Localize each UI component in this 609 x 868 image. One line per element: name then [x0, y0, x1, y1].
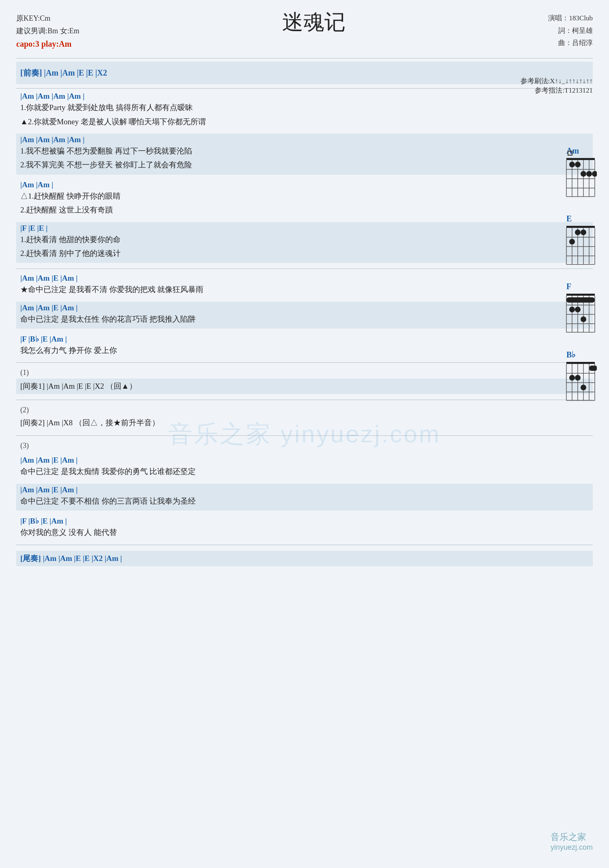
interlude1-block: (1) [间奏1] |Am |Am |E |E |X2 （回▲）	[16, 368, 593, 394]
strum-info: 参考刷法:X↑↓_↓↑↑↓↑↓↑↑ 参考指法:T1213121	[520, 76, 593, 95]
verse1-chords1: |Am |Am |Am |Am |	[16, 92, 593, 101]
prelude-section: [前奏] |Am |Am |E |E |X2	[16, 62, 593, 84]
lyrics-by: 詞：柯呈雄	[548, 25, 593, 37]
verse1-chords4: |F |E |E |	[16, 224, 593, 233]
capo: capo:3 play:Am	[16, 37, 80, 51]
chorus-block3: |F |B♭ |E |Am | 我怎么有力气 挣开你 爱上你	[16, 334, 593, 357]
verse2-lyrics3a: 你对我的意义 没有人 能代替	[16, 526, 593, 539]
chord-Bb-svg: × × × × ×	[564, 361, 597, 402]
interlude2-num: (2)	[16, 406, 593, 414]
verse1-lyrics3b: 2.赶快醒醒 这世上没有奇蹟	[16, 204, 593, 216]
chorus-chords2: |Am |Am |E |Am |	[16, 303, 593, 312]
chord-Am-open	[568, 151, 572, 156]
svg-point-15	[586, 171, 592, 177]
interlude1-num: (1)	[16, 368, 593, 377]
chord-E-svg	[564, 225, 597, 266]
svg-point-47	[575, 307, 581, 312]
svg-point-65	[575, 375, 581, 381]
svg-rect-50	[566, 362, 595, 364]
interlude1-text: [间奏1] |Am |Am |E |E |X2 （回▲）	[20, 382, 137, 390]
chorus-block2: |Am |Am |E |Am | 命中已注定 是我太任性 你的花言巧语 把我推入…	[16, 302, 593, 329]
chord-F-name: F	[566, 282, 571, 291]
interlude2-text: [间奏2] |Am |X8 （回△，接★前升半音）	[20, 418, 160, 427]
prelude-label: [前奏]	[20, 68, 42, 77]
chorus-chords3: |F |B♭ |E |Am |	[16, 334, 593, 344]
verse2-block3: |F |B♭ |E |Am | 你对我的意义 没有人 能代替	[16, 516, 593, 539]
chorus-chords1: |Am |Am |E |Am |	[16, 274, 593, 283]
chorus-lyrics1: ★命中已注定 是我看不清 你爱我的把戏 就像狂风暴雨	[16, 284, 593, 296]
chorus-block1: |Am |Am |E |Am | ★命中已注定 是我看不清 你爱我的把戏 就像狂…	[16, 274, 593, 296]
composed-by: 曲：吕绍淳	[548, 37, 593, 50]
svg-point-48	[581, 316, 586, 322]
chord-E-grid	[564, 225, 597, 266]
interlude3-block: (3)	[16, 442, 593, 450]
verse1-lyrics2b: 2.我不算完美 不想一步登天 被你盯上了就会有危险	[16, 159, 593, 171]
chord-F-grid: 1	[564, 293, 597, 333]
svg-text:×: ×	[564, 361, 568, 362]
svg-rect-63	[589, 366, 597, 371]
outro: [尾奏] |Am |Am |E |E |X2 |Am |	[20, 554, 122, 563]
site-name: 音乐之家	[551, 831, 593, 843]
chord-F: F	[564, 282, 597, 333]
verse1-chords3: |Am |Am |	[16, 180, 593, 189]
svg-rect-45	[566, 297, 595, 303]
svg-point-46	[569, 307, 575, 312]
chord-Am-grid	[564, 157, 597, 198]
svg-point-33	[569, 239, 575, 245]
svg-point-14	[581, 171, 586, 177]
verse1-lyrics4b: 2.赶快看清 别中了他的迷魂计	[16, 247, 593, 260]
meta-right: 演唱：183Club 詞：柯呈雄 曲：吕绍淳	[548, 12, 593, 50]
svg-point-66	[581, 385, 586, 390]
meta-left: 原KEY:Cm 建议男调:Bm 女:Em capo:3 play:Am	[16, 12, 80, 51]
chord-Bb-name: B♭	[566, 350, 575, 359]
chord-Bb-grid: × × × × ×	[564, 361, 597, 402]
interlude3-num: (3)	[16, 442, 593, 450]
verse1-block2: |Am |Am |Am |Am | 1.我不想被骗 不想为爱翻脸 再过下一秒我就…	[16, 134, 593, 175]
original-key: 原KEY:Cm	[16, 12, 80, 25]
verse1-block4: |F |E |E | 1.赶快看清 他甜的快要你的命 2.赶快看清 别中了他的迷…	[16, 222, 593, 263]
verse2-block2: |Am |Am |E |Am | 命中已注定 不要不相信 你的三言两语 让我奉为…	[16, 484, 593, 511]
strum: 参考刷法:X↑↓_↓↑↑↓↑↓↑↑	[520, 76, 593, 86]
chord-E-name: E	[566, 214, 572, 223]
svg-rect-17	[566, 226, 595, 228]
chord-F-svg: 1	[564, 293, 597, 333]
fingering: 参考指法:T1213121	[520, 86, 593, 95]
svg-point-16	[592, 171, 597, 177]
prelude-chords: |Am |Am |E |E |X2	[44, 68, 107, 77]
svg-point-64	[569, 375, 575, 381]
verse2-lyrics1a: 命中已注定 是我太痴情 我爱你的勇气 比谁都还坚定	[16, 465, 593, 478]
chord-Am: Am	[564, 146, 597, 198]
verse2-chords3: |F |B♭ |E |Am |	[16, 516, 593, 526]
svg-point-13	[575, 162, 581, 167]
svg-rect-34	[566, 294, 595, 296]
interlude2: [间奏2] |Am |X8 （回△，接★前升半音）	[16, 416, 593, 430]
verse1-lyrics2a: 1.我不想被骗 不想为爱翻脸 再过下一秒我就要沦陷	[16, 145, 593, 157]
chorus-lyrics2: 命中已注定 是我太任性 你的花言巧语 把我推入陷阱	[16, 313, 593, 325]
suggestion: 建议男调:Bm 女:Em	[16, 25, 80, 37]
prelude-line: [前奏] |Am |Am |E |E |X2	[16, 65, 593, 81]
svg-point-31	[575, 229, 581, 235]
chord-Bb: B♭ × ×	[564, 350, 597, 402]
chord-diagrams: Am	[564, 146, 597, 402]
outro-block: [尾奏] |Am |Am |E |E |X2 |Am |	[16, 551, 593, 566]
chorus-lyrics3: 我怎么有力气 挣开你 爱上你	[16, 344, 593, 357]
svg-point-32	[581, 229, 586, 235]
interlude2-block: (2) [间奏2] |Am |X8 （回△，接★前升半音）	[16, 406, 593, 430]
chord-E: E	[564, 214, 597, 266]
verse1-lyrics1b: ▲2.你就爱Money 老是被人误解 哪怕天塌下你都无所谓	[16, 116, 593, 128]
verse1-lyrics3a: △1.赶快醒醒 快睁开你的眼睛	[16, 190, 593, 202]
svg-point-12	[569, 162, 575, 167]
site-url: yinyuezj.com	[551, 843, 593, 852]
verse1-chords2: |Am |Am |Am |Am |	[16, 135, 593, 144]
verse1-block1: |Am |Am |Am |Am | 1.你就爱Party 就爱到处放电 搞得所有…	[16, 92, 593, 128]
svg-rect-0	[566, 158, 595, 160]
verse1-lyrics1a: 1.你就爱Party 就爱到处放电 搞得所有人都有点暧昧	[16, 102, 593, 114]
interlude1: [间奏1] |Am |Am |E |E |X2 （回▲）	[16, 379, 593, 394]
verse2-chords1: |Am |Am |E |Am |	[16, 456, 593, 465]
verse2-block1: |Am |Am |E |Am | 命中已注定 是我太痴情 我爱你的勇气 比谁都还…	[16, 456, 593, 478]
verse1-lyrics4a: 1.赶快看清 他甜的快要你的命	[16, 234, 593, 246]
verse2-chords2: |Am |Am |E |Am |	[16, 485, 593, 494]
header: 原KEY:Cm 建议男调:Bm 女:Em capo:3 play:Am 迷魂记 …	[16, 12, 593, 51]
song-title: 迷魂记	[80, 8, 549, 37]
singer: 演唱：183Club	[548, 12, 593, 25]
